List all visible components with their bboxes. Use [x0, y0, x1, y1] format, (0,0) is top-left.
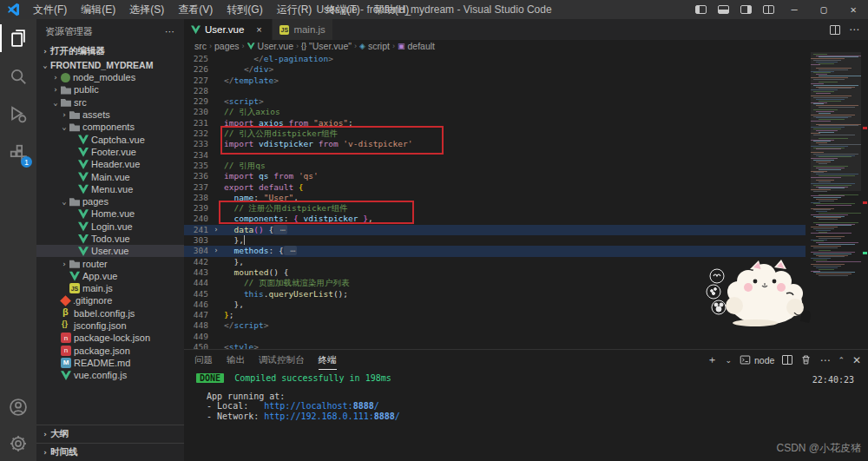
terminal-link[interactable]: http://192.168.0.111:	[264, 412, 373, 421]
tree-item-babel-config-js[interactable]: babel.config.js	[36, 307, 184, 319]
sidebar-section-时间线[interactable]: ›时间线	[36, 443, 184, 461]
split-terminal-icon[interactable]	[782, 355, 792, 365]
code-line-230[interactable]: 230// 引入axios	[184, 107, 806, 117]
terminal-output[interactable]: 22:40:23 DONE Compiled successfully in 1…	[184, 370, 868, 461]
code-line-241[interactable]: 241› data() { ⋯	[184, 225, 806, 235]
search-icon[interactable]	[0, 57, 36, 95]
code-line-232[interactable]: 232// 引入公用distpicker组件	[184, 128, 806, 139]
explorer-more-icon[interactable]: ⋯	[165, 26, 175, 37]
code-line-227[interactable]: 227</template>	[184, 76, 806, 86]
tree-item-package-json[interactable]: package.json	[36, 345, 184, 357]
settings-gear-icon[interactable]	[0, 426, 36, 461]
tab-close-icon[interactable]: ×	[253, 24, 265, 35]
editor-tab-user-vue[interactable]: User.vue×	[184, 19, 273, 40]
tree-item-home-vue[interactable]: Home.vue	[36, 207, 184, 220]
tree-item-pages[interactable]: ⌄pages	[36, 195, 184, 207]
tree-item-components[interactable]: ⌄components	[36, 121, 184, 133]
explorer-icon[interactable]	[0, 19, 36, 57]
tree-item-captcha-vue[interactable]: Captcha.vue	[36, 133, 184, 145]
tree-item-package-lock-json[interactable]: package-lock.json	[36, 332, 184, 344]
code-line-231[interactable]: 231import axios from "axios";	[184, 118, 806, 128]
code-line-238[interactable]: 238 name: "User",	[184, 193, 806, 203]
code-line-443[interactable]: 443 mounted() {	[184, 267, 806, 278]
code-line-303[interactable]: 303 },	[184, 235, 806, 246]
code-line-233[interactable]: 233import vdistpicker from 'v-distpicker…	[184, 139, 806, 149]
tree-item--gitignore[interactable]: .gitignore	[36, 294, 184, 306]
run-debug-icon[interactable]	[0, 95, 36, 134]
tree-item-readme-md[interactable]: README.md	[36, 357, 184, 369]
code-line-235[interactable]: 235// 引用qs	[184, 161, 806, 171]
tree-item-src[interactable]: ⌄src	[36, 96, 184, 109]
tree-item-public[interactable]: ›public	[36, 83, 184, 95]
toggle-sidebar-icon[interactable]	[689, 0, 712, 19]
project-root-item[interactable]: ⌄ FRONTEND_MYDREAM	[36, 58, 184, 71]
terminal-link[interactable]: http://localhost:	[264, 401, 352, 411]
tree-item-menu-vue[interactable]: Menu.vue	[36, 183, 184, 195]
panel-tab-问题[interactable]: 问题	[194, 350, 213, 370]
code-line-444[interactable]: 444 // 页面加载就渲染用户列表	[184, 278, 806, 288]
code-line-445[interactable]: 445 this.queryUserList();	[184, 289, 806, 300]
breadcrumb-item[interactable]: pages	[214, 41, 240, 51]
close-panel-icon[interactable]: ✕	[852, 354, 861, 366]
editor-more-icon[interactable]: ⋯	[849, 23, 859, 36]
toggle-secondary-sidebar-icon[interactable]	[734, 0, 757, 19]
toggle-panel-icon[interactable]	[712, 0, 734, 19]
menu-item[interactable]: 转到(G)	[220, 0, 269, 19]
breadcrumb-item[interactable]: src	[194, 41, 207, 51]
tree-item-todo-vue[interactable]: Todo.vue	[36, 233, 184, 245]
menu-item[interactable]: 终端(T)	[319, 0, 366, 19]
code-line-449[interactable]: 449	[184, 332, 806, 342]
terminal-link[interactable]: /	[395, 412, 400, 421]
menu-item[interactable]: 文件(F)	[26, 0, 74, 19]
panel-tab-调试控制台[interactable]: 调试控制台	[259, 350, 305, 370]
terminal-shell-item[interactable]: node	[740, 354, 774, 366]
tree-item-header-vue[interactable]: Header.vue	[36, 158, 184, 170]
code-line-228[interactable]: 228	[184, 86, 806, 96]
code-editor[interactable]: 225 </el-pagination>226 </div>227</templ…	[184, 52, 868, 349]
menu-item[interactable]: 运行(R)	[270, 0, 319, 19]
panel-tab-输出[interactable]: 输出	[227, 350, 245, 370]
code-line-229[interactable]: 229<script>	[184, 96, 806, 107]
code-line-236[interactable]: 236import qs from 'qs'	[184, 171, 806, 181]
tree-item-login-vue[interactable]: Login.vue	[36, 221, 184, 233]
customize-layout-icon[interactable]	[757, 0, 779, 19]
code-line-234[interactable]: 234	[184, 150, 806, 161]
code-line-237[interactable]: 237export default {	[184, 182, 806, 193]
fold-arrow-icon[interactable]: ›	[208, 246, 224, 256]
panel-more-icon[interactable]: ⋯	[819, 354, 830, 366]
open-editors-section[interactable]: › 打开的编辑器	[36, 43, 184, 58]
minimize-button[interactable]: —	[779, 0, 809, 19]
code-line-450[interactable]: 450<style>	[184, 342, 806, 349]
terminal-link[interactable]: /	[374, 401, 379, 411]
menu-item[interactable]: 编辑(E)	[74, 0, 122, 19]
tree-item-app-vue[interactable]: App.vue	[36, 270, 184, 282]
menu-item[interactable]: 选择(S)	[122, 0, 171, 19]
extensions-icon[interactable]: 1	[0, 134, 36, 172]
panel-tab-终端[interactable]: 终端	[319, 350, 337, 370]
tree-item-router[interactable]: ›router	[36, 257, 184, 269]
kill-terminal-trash-icon[interactable]	[800, 354, 812, 366]
code-line-447[interactable]: 447};	[184, 310, 806, 320]
breadcrumb-item[interactable]: User.vue	[247, 41, 293, 51]
tree-item-main-js[interactable]: main.js	[36, 282, 184, 294]
code-line-225[interactable]: 225 </el-pagination>	[184, 54, 806, 64]
account-icon[interactable]	[0, 388, 36, 426]
code-line-446[interactable]: 446 },	[184, 300, 806, 310]
code-line-239[interactable]: 239 // 注册公用distpicker组件	[184, 203, 806, 214]
new-terminal-icon[interactable]: ＋	[707, 352, 717, 367]
terminal-dropdown-icon[interactable]: ⌄	[725, 356, 732, 365]
code-line-226[interactable]: 226 </div>	[184, 64, 806, 75]
code-line-442[interactable]: 442 },	[184, 257, 806, 267]
breadcrumb-item[interactable]: {}"User.vue"	[301, 41, 352, 51]
tree-item-assets[interactable]: ›assets	[36, 109, 184, 121]
code-line-304[interactable]: 304› methods: { ⋯	[184, 246, 806, 256]
close-button[interactable]: ✕	[838, 0, 868, 19]
fold-arrow-icon[interactable]: ›	[208, 225, 224, 235]
menu-item[interactable]: 帮助(H)	[367, 0, 417, 19]
sidebar-section-大纲[interactable]: ›大纲	[36, 425, 184, 443]
tree-item-main-vue[interactable]: Main.vue	[36, 170, 184, 182]
breadcrumb-item[interactable]: ◈script	[359, 41, 390, 51]
maximize-button[interactable]: ▢	[809, 0, 838, 19]
tree-item-node-modules[interactable]: ›node_modules	[36, 71, 184, 83]
maximize-panel-icon[interactable]: ⌃	[838, 356, 845, 365]
